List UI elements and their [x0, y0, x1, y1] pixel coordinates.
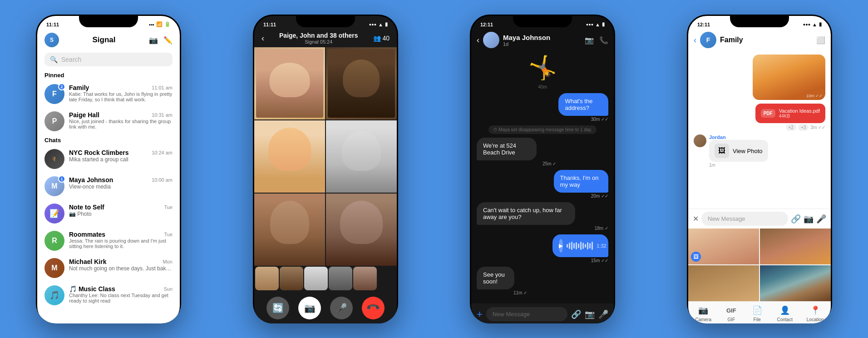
- chat-preview-nyc: Mika started a group call: [69, 156, 173, 163]
- back-icon-2[interactable]: ‹: [261, 34, 264, 43]
- camera-icon-3[interactable]: 📷: [585, 309, 595, 319]
- bubble-catch-up: Can't wait to catch up, how far away are…: [477, 202, 575, 225]
- profile-avatar[interactable]: S: [44, 33, 59, 47]
- msg-voice: ▶: [539, 234, 608, 263]
- chat-item-family[interactable]: F 2 Family 11:01 am Katie: That works fo…: [37, 80, 180, 108]
- msg-right-1: What's the address? 30m ✓✓: [542, 93, 608, 122]
- view-photo-label: View Photo: [733, 148, 763, 154]
- toolbar-gif-label: GIF: [727, 317, 735, 322]
- back-icon-3[interactable]: ‹: [477, 35, 479, 45]
- contact-status: 1d: [503, 41, 550, 47]
- toolbar-camera[interactable]: 📷 Camera: [695, 304, 711, 322]
- link-icon-3[interactable]: 🔗: [571, 309, 581, 319]
- video-row-1: [254, 47, 397, 119]
- voice-call-icon[interactable]: 📞: [599, 36, 608, 45]
- wbar-10: [587, 242, 588, 249]
- contact-info: Maya Johnson 1d: [503, 34, 550, 47]
- link-icon-4[interactable]: 🔗: [791, 214, 801, 224]
- status-icons-1: ▪▪▪ 📶 🔋: [149, 21, 171, 27]
- back-icon-4[interactable]: ‹: [694, 35, 696, 45]
- phone-3: 12:11 ●●● ▲ ▮ ‹ Maya Johnson 1d 📷 📞: [470, 15, 615, 323]
- view-photo-bubble[interactable]: 🖼 View Photo: [709, 140, 768, 162]
- image-time: 10m ✓✓: [806, 94, 823, 98]
- reaction-2: +3: [798, 124, 809, 131]
- chat-info-family: Family 11:01 am Katie: That works for us…: [69, 84, 173, 102]
- chat-item-paige[interactable]: P Paige Hall 10:31 am Nice, just joined …: [37, 108, 180, 135]
- thumb-5: [353, 267, 377, 290]
- edit-icon[interactable]: ✏️: [163, 36, 173, 45]
- meta-2: 25m ✓: [477, 161, 556, 166]
- video-call-icon[interactable]: 📷: [585, 36, 594, 45]
- p2-header: ‹ Paige, John and 38 others Signal 05:24…: [254, 29, 397, 47]
- pdf-icon: PDF: [761, 109, 775, 118]
- chat-info-nyc: NYC Rock Climbers 10:24 am Mika started …: [69, 149, 173, 163]
- chat-item-maya[interactable]: M 1 Maya Johnson 10:00 am View-once medi…: [37, 173, 180, 200]
- jordan-avatar: [694, 134, 706, 147]
- sticker-message: 🤸: [528, 55, 557, 81]
- msg-time-1: 40m: [477, 84, 608, 89]
- square-icon-4[interactable]: ⬜: [816, 36, 825, 45]
- wbar-6: [578, 244, 579, 248]
- members-icon[interactable]: 👥 40: [373, 35, 390, 42]
- toolbar-file[interactable]: 📄 File: [751, 304, 763, 322]
- search-placeholder: Search: [61, 56, 81, 63]
- chat-time-nyc: 10:24 am: [152, 150, 173, 155]
- chat-item-nyc[interactable]: 🧗 NYC Rock Climbers 10:24 am Mika starte…: [37, 145, 180, 173]
- header-icons: 📷 ✏️: [149, 36, 173, 45]
- chat-info-maya: Maya Johnson 10:00 am View-once media: [69, 176, 173, 190]
- toolbar-contact[interactable]: 👤 Contact: [777, 304, 792, 322]
- search-icon: 🔍: [50, 56, 58, 63]
- p4-action-icons: ⬜: [816, 36, 825, 45]
- sender-jordan: Jordan: [709, 134, 768, 140]
- chat-item-music[interactable]: 🎵 🎵 Music Class Sun Chanthy Lee: No clas…: [37, 282, 180, 309]
- chat-item-note[interactable]: 📝 Note to Self Tue 📷 Photo: [37, 200, 180, 227]
- media-cell-1[interactable]: 🖼: [688, 229, 759, 264]
- chat-preview-music: Chanthy Lee: No class next Tuesday and g…: [69, 293, 173, 303]
- mic-btn[interactable]: 🎤: [330, 297, 353, 319]
- media-cell-3[interactable]: [688, 265, 759, 301]
- view-photo-content: Jordan 🖼 View Photo 1m: [709, 134, 768, 168]
- p4-chat-area: 10m ✓✓ PDF Vacation Ideas.pdf 44KB +2 +3: [688, 51, 831, 209]
- video-btn[interactable]: 📷: [298, 297, 321, 319]
- search-bar[interactable]: 🔍 Search: [44, 53, 173, 66]
- p1-header: S Signal 📷 ✏️: [37, 29, 180, 51]
- end-call-btn[interactable]: 📞: [357, 292, 390, 323]
- chat-item-michael[interactable]: M Michael Kirk Mon Not much going on the…: [37, 254, 180, 282]
- badge-family: 2: [58, 83, 65, 90]
- mic-icon-3[interactable]: 🎤: [598, 309, 608, 319]
- avatar-roommates: R: [44, 231, 64, 251]
- mic-icon-4[interactable]: 🎤: [816, 214, 826, 224]
- play-button[interactable]: ▶: [559, 239, 563, 253]
- wbar-2: [569, 243, 570, 249]
- chat-info-michael: Michael Kirk Mon Not much going on these…: [69, 258, 173, 272]
- media-cell-4[interactable]: [760, 265, 831, 301]
- video-cell-4: [326, 120, 397, 193]
- toolbar-file-label: File: [754, 317, 761, 322]
- close-icon-4[interactable]: ✕: [693, 214, 699, 223]
- camera-icon-4[interactable]: 📷: [804, 214, 814, 224]
- group-name: Family: [720, 36, 743, 44]
- waveform: [567, 241, 593, 250]
- media-cell-2[interactable]: [760, 229, 831, 264]
- rotate-btn[interactable]: 🔄: [266, 297, 289, 319]
- p3-input-bar: + New Message 🔗 📷 🎤: [471, 303, 614, 323]
- shared-image: [753, 55, 825, 100]
- toolbar-location[interactable]: 📍 Location: [807, 304, 824, 322]
- chats-header: Chats: [37, 135, 180, 145]
- message-input-4[interactable]: New Message: [701, 212, 788, 226]
- chat-name-maya: Maya Johnson: [69, 176, 113, 184]
- camera-icon[interactable]: 📷: [149, 36, 158, 45]
- chat-item-roommates[interactable]: R Roommates Tue Jessa: The rain is pouri…: [37, 227, 180, 254]
- wifi-icon-4: ▲: [812, 22, 817, 27]
- signal-icon-4: ●●●: [803, 22, 810, 27]
- avatar-family: F 2: [44, 84, 64, 104]
- message-input-3[interactable]: New Message: [486, 307, 567, 321]
- chat-action-icons: 📷 📞: [585, 36, 608, 45]
- phone-4: 12:11 ●●● ▲ ▮ ‹ F Family ⬜: [687, 15, 832, 323]
- toolbar-gif[interactable]: GIF GIF: [725, 304, 737, 322]
- notch-4: [730, 15, 789, 27]
- plus-icon-3[interactable]: +: [477, 308, 483, 320]
- meta-1: 30m ✓✓: [591, 117, 608, 122]
- avatar-maya: M 1: [44, 176, 64, 196]
- status-icons-4: ●●● ▲ ▮: [803, 21, 822, 27]
